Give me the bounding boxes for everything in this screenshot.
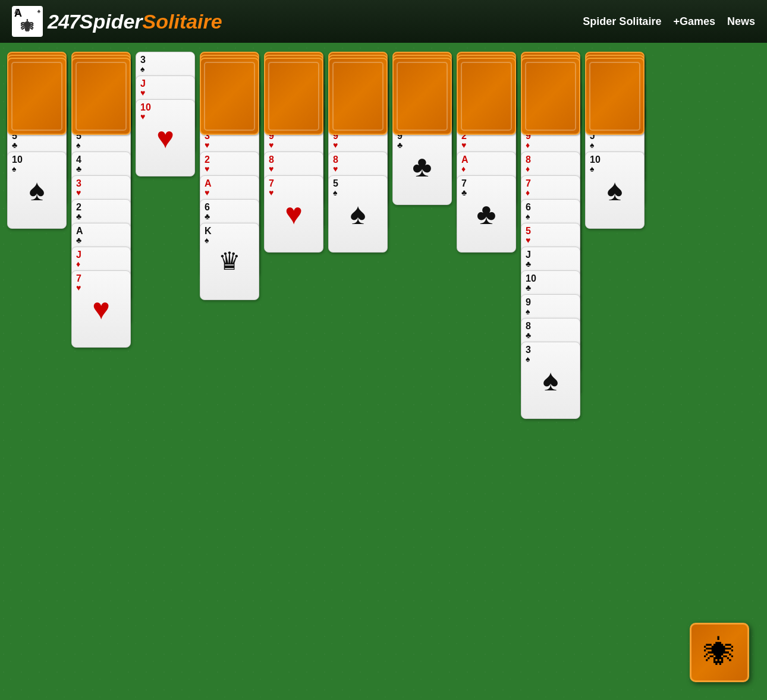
logo-area: A ♠ 🕷 247 Spider Solitaire [12,6,222,37]
logo-text: 247 Spider Solitaire [48,10,222,33]
column-9: K ♣ ♣ Q ♦ ♦ 9 ♦ ♦ 8 ♦ ♦ [521,52,580,419]
nav: Spider Solitaire +Games News [583,15,755,28]
card-10-spades-2[interactable]: 10 ♠ ♠ [585,152,645,229]
card-9-clubs[interactable]: 9 ♣ ♣ [392,128,452,205]
facedown-stack-8 [457,52,516,78]
card-3-spades-2[interactable]: 3 ♠ ♠ [521,342,580,419]
column-7: 2 ♠ ♠ A ♠ ♠ 9 ♣ ♣ [392,52,452,419]
card-k-spades[interactable]: K ♠ ♛ [200,223,259,300]
card-7-hearts-col2[interactable]: 7 ♥ ♥ [71,270,131,348]
facedown-stack-1 [7,52,67,78]
facedown-stack-7 [392,52,452,78]
column-8: K ♦ ♦ 3 ♣ ♣ 2 ♥ ♥ A ♦ ♦ [457,52,516,419]
column-6: J ♥ ♥ 10 ♥ ♥ 9 ♥ ♥ 8 ♥ ♥ [328,52,388,419]
facedown-stack-9 [521,52,580,78]
nav-spider-solitaire[interactable]: Spider Solitaire [583,15,661,28]
logo-247: 247 [48,10,80,33]
card-7-hearts[interactable]: 7 ♥ ♥ [264,175,323,253]
nav-news[interactable]: News [727,15,755,28]
nav-games[interactable]: +Games [673,15,715,28]
spider-icon: 🕷 [704,635,735,670]
card-5-spades-2[interactable]: 5 ♠ ♠ [328,175,388,253]
header: A ♠ 🕷 247 Spider Solitaire Spider Solita… [0,0,767,43]
faceup-stack-3: 3 ♠ ♠ J ♥ ♥ 10 ♥ ♥ [136,52,195,176]
facedown-stack-10 [585,52,645,78]
facedown-stack-2 [71,52,131,78]
game-area: 5 ♦ ♦ 6 ♣ ♣ 5 ♣ ♣ 10 ♠ ♠ [0,43,767,700]
deal-button[interactable]: 🕷 [690,623,749,682]
column-1: 5 ♦ ♦ 6 ♣ ♣ 5 ♣ ♣ 10 ♠ ♠ [7,52,67,419]
facedown-stack-4 [200,52,259,78]
column-3: 3 ♠ ♠ J ♥ ♥ 10 ♥ ♥ [136,52,195,419]
column-2: K ♥ ♥ Q ♥ ♥ 5 ♠ ♠ 4 ♣ ♣ [71,52,131,419]
card-10-hearts[interactable]: 10 ♥ ♥ [136,99,195,176]
column-10: 6 ♥ ♥ Q ♣ ♣ J ♠ ♠ 10 ♠ ♠ [585,52,645,419]
logo-icon: A ♠ 🕷 [12,6,43,37]
card-10-spades[interactable]: 10 ♠ ♠ [7,152,67,229]
logo-spider: Spider [80,10,143,33]
facedown-stack-5 [264,52,323,78]
column-4: 4 ♠ ♠ 4 ♣ ♣ 3 ♥ ♥ 2 ♥ ♥ [200,52,259,419]
facedown-stack-6 [328,52,388,78]
logo-solitaire: Solitaire [143,10,222,33]
card-7-clubs[interactable]: 7 ♣ ♣ [457,175,516,253]
columns-container: 5 ♦ ♦ 6 ♣ ♣ 5 ♣ ♣ 10 ♠ ♠ [7,49,760,419]
column-5: 9 ♠ ♠ 8 ♠ ♠ 9 ♥ ♥ 8 ♥ ♥ [264,52,323,419]
